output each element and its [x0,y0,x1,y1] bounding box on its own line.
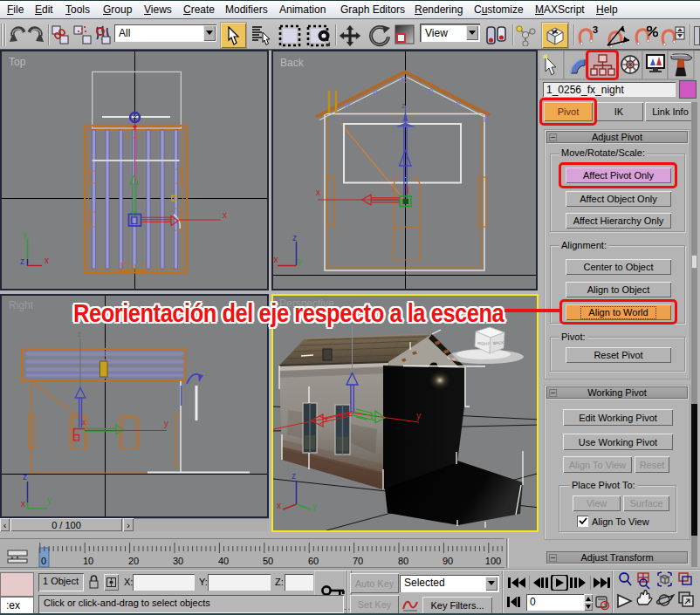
svg-text:10: 10 [83,556,93,566]
svg-text:x: x [277,501,281,510]
svg-text:y: y [312,502,317,511]
svg-text:y: y [164,419,168,428]
svg-text:Top: Top [9,56,26,68]
svg-text:R: R [373,89,379,98]
svg-text:z: z [20,256,24,266]
svg-text:70: 70 [353,556,363,566]
svg-text:x: x [21,499,25,509]
svg-text:50: 50 [263,556,273,566]
svg-text:y: y [298,256,302,266]
svg-text:x: x [82,418,86,427]
svg-text:x: x [316,188,320,197]
svg-text:Back: Back [280,57,305,69]
svg-text:R: R [428,87,434,96]
svg-text:R: R [484,115,490,124]
svg-text:z: z [292,233,297,243]
svg-text:x: x [223,210,227,220]
svg-text:x: x [45,256,49,265]
svg-text:100: 100 [485,556,501,566]
svg-text:3: 3 [593,25,598,35]
svg-text:z: z [78,330,82,338]
svg-text:x: x [274,255,278,264]
svg-text:60: 60 [308,556,319,566]
svg-text:Right: Right [9,299,34,311]
svg-text:z: z [401,101,406,110]
svg-text:30: 30 [173,556,183,566]
svg-text:y: y [23,229,27,239]
svg-text:R: R [401,76,407,85]
svg-text:0: 0 [41,556,46,566]
svg-text:R: R [345,101,351,110]
svg-text:80: 80 [398,556,408,566]
svg-text:20: 20 [128,556,139,566]
svg-text:BACK: BACK [493,340,504,345]
svg-text:RIGHT: RIGHT [477,341,491,346]
svg-text:z: z [292,471,296,481]
svg-text:40: 40 [218,556,229,566]
svg-text:R: R [456,99,462,108]
svg-text:z: z [23,472,27,482]
svg-text:y: y [47,495,51,505]
svg-text:y: y [416,411,421,420]
svg-text:90: 90 [443,556,453,566]
